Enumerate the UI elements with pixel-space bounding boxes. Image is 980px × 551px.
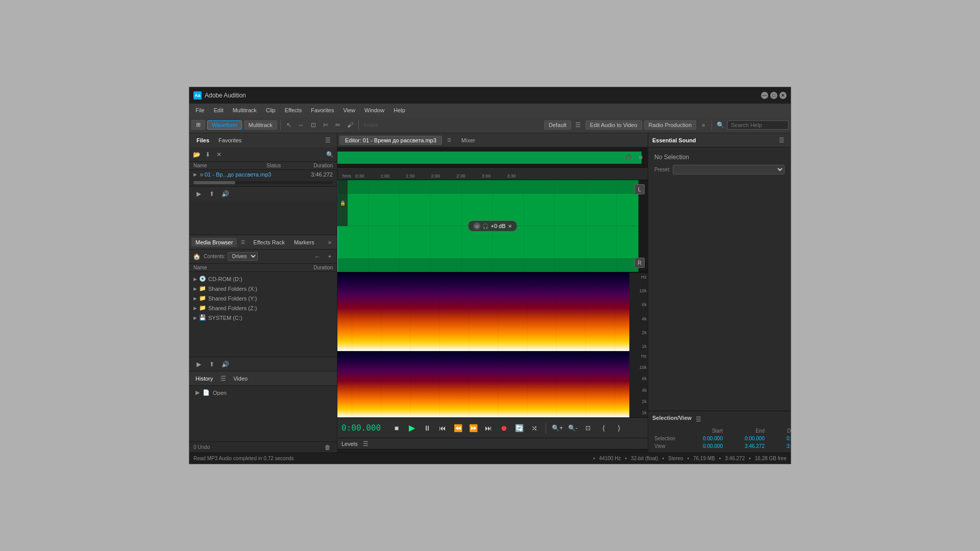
sv-menu-btn[interactable]: ☰ (694, 414, 704, 424)
spectrogram-top[interactable]: Hz 10k 6k 4k 2k 1k (337, 272, 648, 351)
right-panel: Essential Sound ☰ No Selection Preset: S… (648, 133, 791, 453)
zoom-in-btn[interactable]: 🔍+ (551, 422, 564, 434)
waveform-minimap[interactable]: 🎧 ⚙ (337, 147, 648, 168)
media-file-list: ▶ 💿 CD-ROM (D:) ▶ 📁 Shared Folders (X:) … (189, 272, 337, 357)
favorites-tab[interactable]: Favorites (215, 136, 244, 144)
editor-tab-menu[interactable]: ☰ (444, 135, 454, 145)
zoom-option-btn[interactable]: ⟨ (597, 422, 609, 434)
history-tab[interactable]: History (191, 374, 217, 383)
mb-add-btn[interactable]: + (325, 252, 335, 262)
loop-button[interactable]: 🔄 (513, 422, 525, 434)
spectrogram-bottom[interactable]: Hz 10k 6k 4k 2k 1k (337, 351, 648, 417)
editor-tab[interactable]: Editor: 01 - Время до рассвета.mp3 (339, 136, 442, 145)
mb-home-btn[interactable]: 🏠 (191, 252, 202, 262)
sv-view-duration: 3:46.272 (768, 443, 791, 449)
mb-play-btn[interactable]: ▶ (193, 359, 204, 369)
media-browser-tab[interactable]: Media Browser (191, 238, 237, 247)
media-browser-menu[interactable]: ☰ (238, 237, 248, 247)
minimap-settings-btn[interactable]: ⚙ (635, 153, 646, 163)
waveform-button[interactable]: Waveform (207, 120, 242, 130)
skip-button[interactable]: ⤭ (528, 422, 541, 434)
history-item[interactable]: ▶ 📄 Open (189, 388, 337, 397)
files-export-btn[interactable]: ⬆ (207, 189, 217, 199)
mb-export-btn[interactable]: ⬆ (207, 359, 217, 369)
markers-tab[interactable]: Markers (290, 238, 318, 247)
view-icon-button[interactable]: ⊞ (191, 120, 205, 130)
tool-pointer[interactable]: ↖ (284, 120, 294, 130)
close-button[interactable]: ✕ (779, 92, 787, 99)
files-play-btn[interactable]: ▶ (193, 189, 204, 199)
menu-window[interactable]: Window (360, 106, 388, 114)
play-button[interactable]: ▶ (406, 422, 418, 434)
menu-help[interactable]: Help (389, 106, 409, 114)
gain-value: +0 dB (491, 223, 505, 229)
edit-audio-video-button[interactable]: Edit Audio to Video (585, 120, 642, 130)
minimize-button[interactable]: — (761, 92, 768, 99)
record-button[interactable]: ⏺ (498, 422, 510, 434)
default-workspace-button[interactable]: Default (544, 120, 571, 130)
es-preset-dropdown[interactable] (673, 165, 785, 174)
rewind-button[interactable]: ⏪ (452, 422, 464, 434)
multitrack-button[interactable]: Multitrack (244, 120, 277, 130)
list-item[interactable]: ▶ 📁 Shared Folders (X:) (189, 284, 337, 293)
channel-r-btn[interactable]: R (634, 258, 645, 268)
fast-forward-button[interactable]: ⏩ (467, 422, 479, 434)
files-search-btn[interactable]: 🔍 (325, 149, 335, 160)
mixer-tab[interactable]: Mixer (456, 136, 480, 144)
zoom-out-btn[interactable]: 🔍- (567, 422, 579, 434)
zoom-option2-btn[interactable]: ⟩ (612, 422, 625, 434)
stop-button[interactable]: ■ (390, 422, 403, 434)
menu-view[interactable]: View (339, 106, 359, 114)
levels-menu-btn[interactable]: ☰ (361, 439, 371, 449)
tool-pencil[interactable]: ✏ (333, 120, 343, 130)
menu-multitrack[interactable]: Multitrack (229, 106, 261, 114)
minimap-headphone-btn[interactable]: 🎧 (623, 153, 633, 163)
search-input[interactable] (727, 120, 789, 130)
more-workspaces-button[interactable]: » (698, 120, 708, 130)
expand-panels-btn[interactable]: » (325, 237, 335, 247)
waveform-display[interactable]: 🔒 ◎ 🎧 +0 dB ✕ L R (337, 180, 648, 272)
workspace-menu-button[interactable]: ☰ (573, 120, 583, 130)
zoom-fit-btn[interactable]: ⊡ (582, 422, 594, 434)
ruler-mark: 3:30 (507, 173, 516, 179)
video-tab[interactable]: Video (229, 374, 252, 383)
menu-clip[interactable]: Clip (262, 106, 280, 114)
radio-production-button[interactable]: Radio Production (644, 120, 696, 130)
hz-label: 2k (630, 399, 647, 404)
drive-icon: 💾 (199, 314, 206, 321)
rewind-start-button[interactable]: ⏮ (436, 422, 449, 434)
gain-expand-btn[interactable]: ✕ (508, 223, 512, 229)
maximize-button[interactable]: □ (770, 92, 777, 99)
menu-favorites[interactable]: Favorites (307, 106, 338, 114)
contents-dropdown[interactable]: Drives (228, 252, 258, 261)
files-open-btn[interactable]: 📂 (191, 149, 202, 160)
ruler-mark: 2:00 (431, 173, 440, 179)
list-item[interactable]: ▶ 📁 Shared Folders (Z:) (189, 303, 337, 313)
tool-time[interactable]: ↔ (296, 120, 306, 130)
mb-back-btn[interactable]: ← (312, 252, 323, 262)
tool-brush[interactable]: 🖌 (345, 120, 355, 130)
files-loop-btn[interactable]: 🔊 (220, 189, 230, 199)
menu-file[interactable]: File (191, 106, 209, 114)
footer-icon-btn[interactable]: 🗑 (323, 442, 333, 453)
tool-marquee[interactable]: ⊡ (308, 120, 318, 130)
menu-edit[interactable]: Edit (210, 106, 228, 114)
forward-end-button[interactable]: ⏭ (482, 422, 495, 434)
files-import-btn[interactable]: ⬇ (203, 149, 213, 160)
files-scrollbar[interactable] (189, 179, 337, 186)
mb-volume-btn[interactable]: 🔊 (220, 359, 230, 369)
channel-l-btn[interactable]: L (634, 184, 645, 194)
pause-button[interactable]: ⏸ (421, 422, 433, 434)
menu-effects[interactable]: Effects (281, 106, 306, 114)
files-menu-icon[interactable]: ☰ (323, 135, 333, 145)
files-tab[interactable]: Files (193, 136, 212, 144)
list-item[interactable]: ▶ 💾 SYSTEM (C:) (189, 313, 337, 322)
list-item[interactable]: ▶ 💿 CD-ROM (D:) (189, 274, 337, 284)
effects-rack-tab[interactable]: Effects Rack (249, 238, 289, 247)
file-item[interactable]: ▶ ≋ 01 - Вр...до рассвета.mp3 3:46.272 (189, 170, 337, 179)
files-close-btn[interactable]: ✕ (214, 149, 224, 160)
history-menu-btn[interactable]: ☰ (218, 373, 228, 384)
list-item[interactable]: ▶ 📁 Shared Folders (Y:) (189, 293, 337, 303)
tool-razor[interactable]: ✄ (321, 120, 331, 130)
es-menu-btn[interactable]: ☰ (776, 135, 787, 145)
